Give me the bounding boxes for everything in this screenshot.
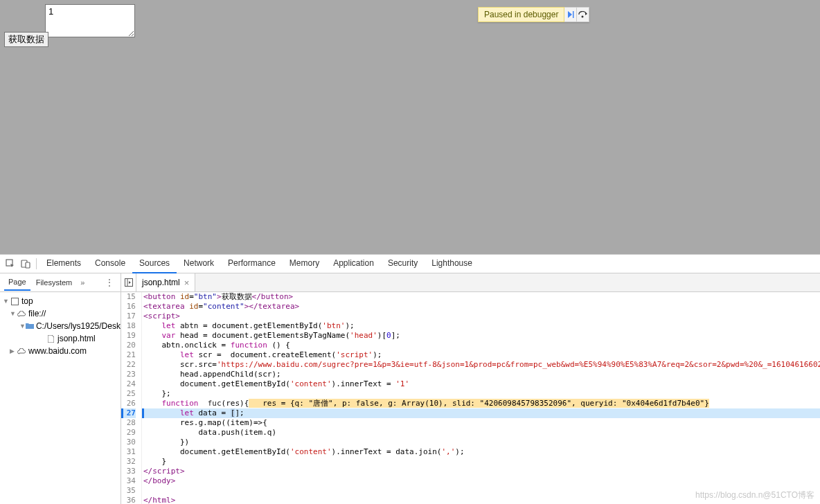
editor-pane: jsonp.html × 151617181920212223242526272… xyxy=(121,273,820,504)
devtools-tab-lighthouse[interactable]: Lighthouse xyxy=(425,254,479,273)
cloud-icon xyxy=(17,311,26,317)
code-line[interactable]: res.g.map((item)=>{ xyxy=(142,418,820,428)
code-line[interactable]: }; xyxy=(142,389,820,399)
code-line[interactable]: <textarea id="content"></textarea> xyxy=(142,302,820,312)
tree-folder[interactable]: ▼C:/Users/lys1925/Desktop/angu xyxy=(0,320,121,332)
devtools-tab-security[interactable]: Security xyxy=(381,254,425,273)
content-textarea[interactable] xyxy=(45,4,135,37)
devtools-tab-console[interactable]: Console xyxy=(88,254,132,273)
sources-sidebar: Page Filesystem » ⋮ ▼top ▼file:// ▼C:/Us… xyxy=(0,273,121,504)
code-line[interactable]: </body> xyxy=(142,476,820,486)
separator xyxy=(36,258,37,269)
line-gutter: 1516171819202122232425262728293031323334… xyxy=(121,292,142,504)
code-line[interactable]: let scr = document.createElement('script… xyxy=(142,350,820,360)
file-tree: ▼top ▼file:// ▼C:/Users/lys1925/Desktop/… xyxy=(0,292,121,360)
navigator-toggle-icon[interactable] xyxy=(121,273,136,291)
close-tab-icon[interactable]: × xyxy=(184,278,190,288)
code-editor[interactable]: 1516171819202122232425262728293031323334… xyxy=(121,292,820,504)
editor-tab-label: jsonp.html xyxy=(142,278,180,287)
sidebar-menu-icon[interactable]: ⋮ xyxy=(102,278,116,287)
step-over-button[interactable] xyxy=(577,7,589,22)
code-line[interactable]: } xyxy=(142,457,820,467)
code-line[interactable]: scr.src='https://www.baidu.com/sugrec?pr… xyxy=(142,360,820,370)
tree-label: www.baidu.com xyxy=(28,346,87,356)
svg-rect-4 xyxy=(26,262,30,268)
code-line[interactable]: </script> xyxy=(142,467,820,476)
tree-file-jsonp[interactable]: jsonp.html xyxy=(0,332,121,345)
code-line[interactable]: var head = document.getElementsByTagName… xyxy=(142,331,820,341)
device-toolbar-icon[interactable] xyxy=(18,256,33,271)
devtools-tab-memory[interactable]: Memory xyxy=(283,254,326,273)
tree-label: C:/Users/lys1925/Desktop/angu xyxy=(36,321,121,331)
sidebar-tab-page[interactable]: Page xyxy=(4,274,30,291)
devtools-panel: ElementsConsoleSourcesNetworkPerformance… xyxy=(0,254,820,504)
tree-label: file:// xyxy=(28,309,46,318)
code-line[interactable]: <script> xyxy=(142,312,820,321)
sidebar-tab-filesystem[interactable]: Filesystem xyxy=(32,275,77,290)
devtools-tab-network[interactable]: Network xyxy=(177,254,221,273)
code-line[interactable]: function fuc(res){ res = {q: "唐僧", p: fa… xyxy=(142,399,820,408)
frame-icon xyxy=(10,298,19,305)
tree-origin-baidu[interactable]: ▶www.baidu.com xyxy=(0,345,121,357)
tree-origin-file[interactable]: ▼file:// xyxy=(0,307,121,320)
code-line[interactable]: head.appendChild(scr); xyxy=(142,370,820,379)
tree-label: jsonp.html xyxy=(57,334,96,343)
tree-top-frame[interactable]: ▼top xyxy=(0,295,121,307)
resume-button[interactable] xyxy=(564,7,577,22)
code-content[interactable]: <button id="btn">获取数据</button><textarea … xyxy=(142,292,820,504)
devtools-tab-application[interactable]: Application xyxy=(326,254,381,273)
devtools-tab-bar: ElementsConsoleSourcesNetworkPerformance… xyxy=(0,255,820,273)
devtools-tab-elements[interactable]: Elements xyxy=(39,254,88,273)
debugger-status-label: Paused in debugger xyxy=(478,7,564,22)
devtools-tab-sources[interactable]: Sources xyxy=(132,254,177,273)
code-line[interactable]: document.getElementById('content').inner… xyxy=(142,379,820,389)
debugger-overlay: Paused in debugger xyxy=(478,7,589,22)
code-line[interactable]: document.getElementById('content').inner… xyxy=(142,447,820,457)
code-line[interactable]: data.push(item.q) xyxy=(142,428,820,438)
editor-tab-bar: jsonp.html × xyxy=(121,273,820,292)
editor-tab-jsonp[interactable]: jsonp.html × xyxy=(136,273,195,291)
more-tabs-chevron-icon[interactable]: » xyxy=(78,278,87,287)
svg-rect-0 xyxy=(573,11,574,18)
file-icon xyxy=(46,335,55,343)
inspect-element-icon[interactable] xyxy=(3,256,18,271)
code-line[interactable]: <button id="btn">获取数据</button> xyxy=(142,292,820,302)
code-line[interactable]: abtn.onclick = function () { xyxy=(142,341,820,350)
svg-point-1 xyxy=(581,16,583,18)
cloud-icon xyxy=(17,348,26,354)
code-line[interactable]: }) xyxy=(142,438,820,447)
watermark-text: https://blog.csdn.n@51CTO博客 xyxy=(695,489,814,501)
folder-icon xyxy=(26,323,34,330)
svg-rect-5 xyxy=(11,298,18,305)
rendered-page: 获取数据 Paused in debugger xyxy=(0,0,820,254)
sidebar-tab-bar: Page Filesystem » ⋮ xyxy=(0,273,121,292)
devtools-tab-performance[interactable]: Performance xyxy=(221,254,283,273)
tree-label: top xyxy=(21,296,33,306)
fetch-data-button[interactable]: 获取数据 xyxy=(4,32,48,47)
code-line[interactable]: let abtn = document.getElementById('btn'… xyxy=(142,321,820,331)
code-line[interactable]: let data = []; xyxy=(142,408,820,418)
